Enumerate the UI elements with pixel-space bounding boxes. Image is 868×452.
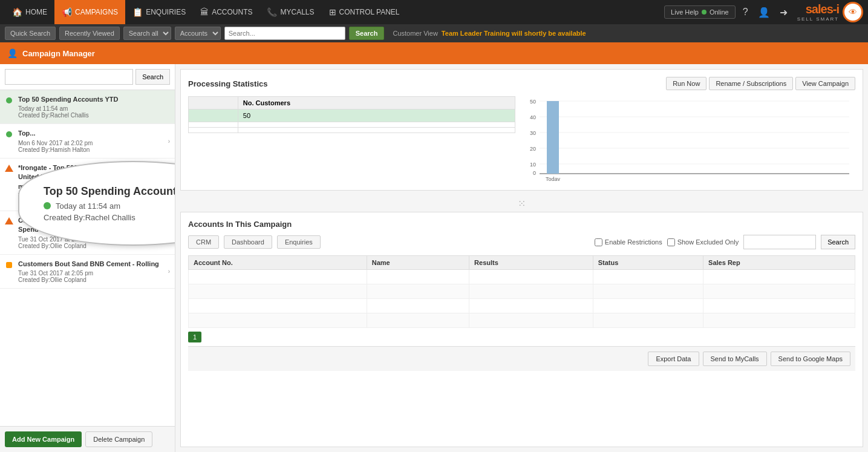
svg-text:10: 10: [530, 162, 536, 168]
table-cell-label: [189, 110, 238, 122]
customer-view-label: Customer View: [393, 30, 437, 37]
campaign-list: Top 50 Spending Accounts YTD Today at 11…: [0, 90, 175, 426]
search-type-dropdown[interactable]: Search all: [123, 27, 171, 40]
search-bar: Quick Search Recently Viewed Search all …: [0, 24, 868, 42]
tooltip-status-dot: [44, 202, 51, 209]
export-data-button[interactable]: Export Data: [648, 352, 699, 366]
accounts-search-input[interactable]: [743, 235, 816, 249]
campaign-date: Today at 11:54 am: [18, 105, 168, 112]
svg-text:20: 20: [530, 146, 536, 152]
section-divider: ⁙: [175, 195, 868, 212]
nav-control-panel[interactable]: ⊞ CONTROL PANEL: [322, 0, 407, 24]
run-now-button[interactable]: Run Now: [666, 77, 706, 90]
accounts-search-button[interactable]: Search: [821, 235, 855, 249]
chevron-right-icon: ›: [168, 138, 170, 145]
table-row: [189, 313, 855, 328]
main-layout: Search Top 50 Spending Accounts YTD Toda…: [0, 64, 868, 452]
table-row: [189, 270, 855, 284]
campaign-creator: Created By:Hamish Halton: [18, 146, 168, 153]
campaigns-icon: 📢: [62, 7, 72, 17]
search-accounts-dropdown[interactable]: Accounts: [175, 27, 221, 40]
help-button[interactable]: ?: [740, 7, 751, 18]
list-item[interactable]: Top 50 Spending Accounts YTD Today at 11…: [0, 90, 175, 124]
accounts-icon: 🏛: [200, 7, 209, 17]
enquiries-icon: 📋: [132, 7, 143, 17]
quick-search-button[interactable]: Quick Search: [5, 27, 56, 40]
recently-viewed-button[interactable]: Recently Viewed: [59, 27, 120, 40]
col-status: Status: [593, 256, 703, 270]
enable-restrictions-label: Enable Restrictions: [595, 238, 662, 246]
status-triangle: [5, 217, 13, 224]
top-navigation: 🏠 HOME 📢 CAMPAIGNS 📋 ENQUIRIES 🏛 ACCOUNT…: [0, 0, 868, 24]
mycalls-icon: 📞: [267, 7, 277, 17]
table-row: [189, 299, 855, 313]
action-buttons: Run Now Rename / Subscriptions View Camp…: [666, 77, 855, 90]
svg-text:Today: Today: [546, 176, 561, 181]
campaign-search-button[interactable]: Search: [135, 69, 170, 85]
tooltip-creator: Created By:Rachel Challis: [44, 213, 175, 222]
logo: sales-i SELL SMART 👁: [797, 2, 863, 22]
accounts-section: Accounts In This Campaign CRM Dashboard …: [180, 212, 863, 447]
col-results: Results: [469, 256, 593, 270]
campaign-manager-header: 👤 Campaign Manager: [0, 42, 868, 64]
list-item[interactable]: Customers Bout Sand BNB Cement - Rolling…: [0, 255, 175, 289]
campaign-date: Mon 6 Nov 2017 at 2:02 pm: [18, 140, 168, 146]
enable-restrictions-checkbox[interactable]: [595, 238, 602, 246]
left-panel: Search Top 50 Spending Accounts YTD Toda…: [0, 64, 175, 452]
chart-area: No. Customers 50: [188, 96, 855, 183]
campaign-manager-icon: 👤: [7, 48, 18, 58]
svg-text:50: 50: [530, 99, 536, 105]
send-google-maps-button[interactable]: Send to Google Maps: [771, 352, 850, 366]
pagination: 1: [188, 328, 855, 346]
col-sales-rep: Sales Rep: [703, 256, 855, 270]
table-header-customers: No. Customers: [238, 97, 515, 110]
nav-home[interactable]: 🏠 HOME: [5, 0, 54, 24]
col-name: Name: [367, 256, 469, 270]
chart-bar: [547, 101, 559, 174]
tooltip-title: Top 50 Spending Accounts YTD: [44, 185, 175, 198]
processing-stats-title: Processing Statistics: [188, 79, 268, 88]
user-button[interactable]: 👤: [755, 7, 772, 18]
list-item[interactable]: Top... Mon 6 Nov 2017 at 2:02 pm Created…: [0, 124, 175, 158]
campaign-creator: Created By:Ollie Copland: [18, 277, 168, 283]
campaign-search-input[interactable]: [5, 69, 133, 85]
nav-campaigns[interactable]: 📢 CAMPAIGNS: [54, 0, 125, 24]
nav-enquiries[interactable]: 📋 ENQUIRIES: [125, 0, 193, 24]
rename-subscriptions-button[interactable]: Rename / Subscriptions: [709, 77, 793, 90]
accounts-search-area: Enable Restrictions Show Excluded Only S…: [595, 235, 855, 249]
campaign-date: Tue 31 Oct 2017 at 2:05 pm: [18, 270, 168, 277]
send-mycalls-button[interactable]: Send to MyCalls: [703, 352, 767, 366]
live-help-button[interactable]: Live Help Online: [664, 5, 736, 19]
table-row: [189, 284, 855, 299]
svg-text:0: 0: [533, 170, 536, 176]
bar-chart: 50 40 30 20 10 0: [523, 96, 855, 183]
search-input[interactable]: [224, 27, 345, 40]
delete-campaign-button[interactable]: Delete Campaign: [85, 431, 152, 447]
add-campaign-button[interactable]: Add New Campaign: [5, 431, 82, 447]
dashboard-button[interactable]: Dashboard: [224, 235, 272, 249]
status-dot-orange: [6, 262, 12, 268]
accounts-controls: CRM Dashboard Enquiries Enable Restricti…: [188, 235, 855, 249]
control-panel-icon: ⊞: [329, 7, 336, 17]
enquiries-button[interactable]: Enquiries: [277, 235, 321, 249]
status-triangle: [5, 165, 13, 172]
view-campaign-button[interactable]: View Campaign: [795, 77, 855, 90]
nav-accounts[interactable]: 🏛 ACCOUNTS: [193, 0, 259, 24]
logout-button[interactable]: ➜: [777, 7, 790, 18]
crm-button[interactable]: CRM: [188, 235, 219, 249]
accounts-section-title: Accounts In This Campaign: [188, 220, 855, 229]
bottom-actions: Export Data Send to MyCalls Send to Goog…: [188, 346, 855, 371]
search-go-button[interactable]: Search: [349, 27, 385, 40]
show-excluded-label: Show Excluded Only: [667, 238, 739, 246]
online-indicator: [702, 10, 706, 15]
nav-mycalls[interactable]: 📞 MYCALLS: [259, 0, 321, 24]
campaign-title: Customers Bout Sand BNB Cement - Rolling: [18, 260, 168, 269]
svg-text:30: 30: [530, 130, 536, 136]
table-header-empty: [189, 97, 238, 110]
svg-text:40: 40: [530, 114, 536, 120]
page-1-button[interactable]: 1: [188, 332, 201, 342]
show-excluded-checkbox[interactable]: [667, 238, 675, 246]
left-search-area: Search: [0, 64, 175, 90]
campaign-manager-title: Campaign Manager: [22, 49, 95, 58]
processing-stats-section: Processing Statistics Run Now Rename / S…: [180, 69, 863, 191]
